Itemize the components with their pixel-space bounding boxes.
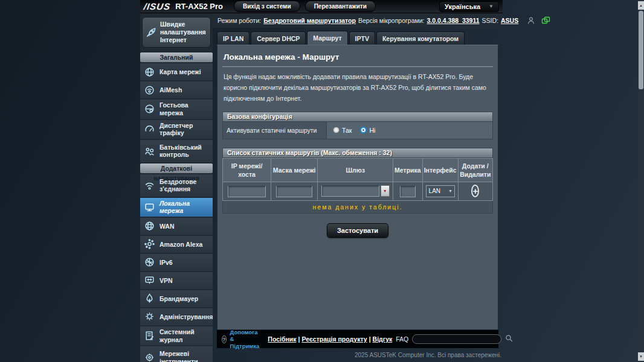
vpn-icon — [143, 275, 155, 287]
sidebar-item-label: Диспетчер трафіку — [159, 122, 210, 137]
sidebar-item-label: IPv6 — [159, 259, 173, 267]
scrollbar-thumb[interactable] — [639, 11, 643, 89]
ssid-label: SSID: — [482, 17, 498, 24]
interface-value: LAN — [429, 188, 440, 194]
lan-icon — [143, 201, 155, 213]
firmware-label: Версія мікропрограми: — [358, 17, 425, 24]
ssid-link[interactable]: ASUS — [501, 17, 518, 24]
sidebar-item-administration[interactable]: Адміністрування — [140, 308, 213, 325]
system-log-icon — [143, 330, 155, 342]
qis-label: Швидке налаштування Інтернет — [160, 21, 208, 44]
rocket-icon — [145, 27, 157, 39]
sidebar-item-ipv6[interactable]: IPv6 — [140, 254, 213, 271]
routes-section-header: Список статичних маршрутів (Макс. обмеже… — [222, 148, 493, 158]
sidebar-item-vpn[interactable]: VPN — [140, 272, 213, 289]
feedback-link[interactable]: Відгук — [373, 335, 393, 343]
route-ip-input[interactable] — [228, 186, 266, 197]
sidebar-item-lan[interactable]: Локальна мережа — [140, 198, 213, 217]
tab-ip-lan[interactable]: IP LAN — [217, 31, 250, 45]
language-label: Українська — [445, 3, 480, 10]
parental-controls-icon — [143, 145, 155, 157]
operation-mode-label: Режим роботи: — [217, 17, 261, 24]
col-interface-header: Інтерфейс — [422, 158, 458, 182]
col-gateway-header: Шлюз — [318, 158, 393, 182]
help-icon: ? — [222, 335, 227, 343]
sidebar-section-advanced: Додаткові налаштування — [140, 164, 213, 173]
faq-label: FAQ — [396, 335, 408, 343]
scroll-down-arrow[interactable]: ▼ — [638, 352, 644, 361]
sidebar-item-wan[interactable]: WAN — [140, 218, 213, 235]
model-name: RT-AX52 Pro — [175, 2, 223, 11]
radio-yes[interactable]: Так — [333, 127, 352, 134]
gateway-dropdown-button[interactable]: ▼ — [381, 185, 390, 197]
sidebar-item-wireless[interactable]: Бездротове з'єднання — [140, 174, 213, 197]
tab-switch-control[interactable]: Керування комутатором — [376, 31, 465, 45]
sidebar-item-aimesh[interactable]: AiMesh — [140, 81, 213, 98]
apply-button[interactable]: Застосувати — [327, 223, 388, 238]
route-metric-input[interactable] — [400, 186, 416, 197]
language-selector[interactable]: Українська ▼ — [439, 1, 499, 12]
sidebar-item-network-tools[interactable]: Мережеві інструменти — [140, 346, 213, 362]
gear-person-icon — [143, 311, 155, 323]
sidebar-item-label: Гостьова мережа — [159, 101, 210, 116]
sidebar-item-amazon-alexa[interactable]: Amazon Alexa — [140, 236, 213, 253]
tab-dhcp-server[interactable]: Сервер DHCP — [251, 31, 306, 45]
sidebar-item-guest-network[interactable]: Гостьова мережа — [140, 100, 213, 118]
sidebar-item-label: VPN — [159, 277, 173, 285]
reboot-button[interactable]: Перезавантажити — [305, 1, 376, 12]
alexa-icon — [143, 238, 155, 250]
route-input-row: ▼ LAN ▾ + — [223, 182, 493, 200]
route-netmask-input[interactable] — [276, 186, 312, 197]
tab-iptv[interactable]: IPTV — [349, 31, 375, 45]
network-map-icon — [143, 66, 155, 78]
basic-config-section-header: Базова конфігурація — [222, 112, 493, 122]
sidebar-item-label: Бездротове з'єднання — [159, 178, 210, 193]
sidebar-item-label: Брандмауер — [159, 295, 198, 303]
interface-select[interactable]: LAN ▾ — [426, 185, 455, 197]
sidebar-item-parental-controls[interactable]: Батьківський контроль — [140, 140, 213, 162]
product-registration-link[interactable]: Реєстрація продукту — [301, 335, 367, 343]
sidebar: Швидке налаштування Інтернет Загальний К… — [140, 13, 213, 362]
internet-status-icon[interactable] — [541, 16, 550, 25]
copyright-text: 2025 ASUSTeK Computer Inc. Всі права зас… — [355, 352, 501, 358]
aimesh-icon — [143, 84, 155, 96]
sidebar-item-quick-internet-setup[interactable]: Швидке налаштування Інтернет — [142, 17, 211, 48]
sidebar-item-firewall[interactable]: Брандмауер — [140, 290, 213, 307]
sidebar-item-system-log[interactable]: Системний журнал — [140, 326, 213, 345]
search-icon[interactable] — [505, 334, 513, 345]
flame-icon — [143, 293, 155, 305]
tab-route[interactable]: Маршрут — [307, 31, 347, 45]
route-gateway-input[interactable] — [321, 185, 379, 197]
enable-static-routes-label: Активувати статичні маршрути — [223, 122, 327, 139]
faq-search-input[interactable] — [412, 334, 501, 344]
radio-no-label: Ні — [369, 127, 375, 134]
col-add-delete-header: Додати / Видалити — [458, 158, 492, 182]
operation-mode-link[interactable]: Бездротовий маршрутизатор — [263, 17, 356, 24]
sidebar-item-label: Amazon Alexa — [159, 241, 202, 249]
col-ip-header: IP мережі/хоста — [223, 158, 271, 182]
scroll-up-arrow[interactable]: ▲ — [638, 1, 644, 10]
sidebar-item-label: Локальна мережа — [159, 200, 210, 215]
sidebar-item-traffic-manager[interactable]: Диспетчер трафіку — [140, 120, 213, 139]
link-separator: | — [298, 335, 300, 343]
footer-bar: ? Допомога & Підтримка Посібник|Реєстрац… — [217, 330, 498, 348]
client-status-icon[interactable] — [527, 16, 535, 25]
sidebar-item-network-map[interactable]: Карта мережі — [140, 63, 213, 80]
logout-button[interactable]: Вихід з системи — [234, 1, 300, 12]
radio-no[interactable]: Ні — [360, 127, 375, 134]
radio-no-button[interactable] — [360, 127, 367, 133]
enable-static-routes-row: Активувати статичні маршрути Так Ні — [222, 122, 493, 139]
chevron-down-icon: ▼ — [489, 4, 494, 9]
content-column: Режим роботи: Бездротовий маршрутизатор … — [213, 13, 503, 362]
firmware-version-link[interactable]: 3.0.0.4.388_33911 — [427, 17, 480, 24]
sidebar-item-label: AiMesh — [159, 86, 182, 94]
static-routes-table: IP мережі/хоста Маска мережі Шлюз Метрик… — [222, 158, 493, 201]
router-admin-app: /ISUS RT-AX52 Pro Вихід з системи Переза… — [140, 0, 503, 362]
help-support-link[interactable]: Допомога & Підтримка — [230, 329, 260, 349]
network-tools-icon — [143, 352, 155, 362]
radio-yes-label: Так — [342, 127, 352, 134]
page-scrollbar[interactable]: ▲ ▼ — [638, 0, 644, 362]
manual-link[interactable]: Посібник — [268, 335, 296, 343]
add-route-button[interactable]: + — [471, 185, 479, 197]
radio-yes-button[interactable] — [333, 127, 340, 133]
